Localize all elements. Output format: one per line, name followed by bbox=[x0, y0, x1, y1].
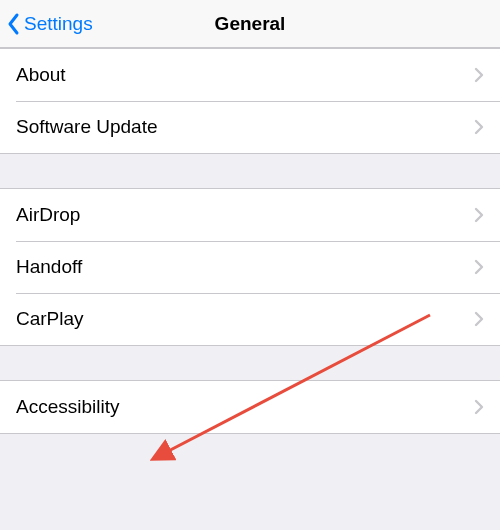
chevron-left-icon bbox=[6, 12, 20, 36]
back-button[interactable]: Settings bbox=[0, 12, 93, 36]
chevron-right-icon bbox=[474, 67, 484, 83]
row-label: AirDrop bbox=[16, 204, 474, 226]
row-software-update[interactable]: Software Update bbox=[0, 101, 500, 153]
row-about[interactable]: About bbox=[0, 49, 500, 101]
settings-group: Accessibility bbox=[0, 380, 500, 434]
chevron-right-icon bbox=[474, 311, 484, 327]
row-carplay[interactable]: CarPlay bbox=[0, 293, 500, 345]
chevron-right-icon bbox=[474, 119, 484, 135]
back-label: Settings bbox=[24, 13, 93, 35]
settings-group: About Software Update bbox=[0, 48, 500, 154]
chevron-right-icon bbox=[474, 399, 484, 415]
row-label: About bbox=[16, 64, 474, 86]
row-label: Accessibility bbox=[16, 396, 474, 418]
navigation-bar: Settings General bbox=[0, 0, 500, 48]
chevron-right-icon bbox=[474, 207, 484, 223]
settings-group: AirDrop Handoff CarPlay bbox=[0, 188, 500, 346]
row-handoff[interactable]: Handoff bbox=[0, 241, 500, 293]
row-label: Software Update bbox=[16, 116, 474, 138]
chevron-right-icon bbox=[474, 259, 484, 275]
row-accessibility[interactable]: Accessibility bbox=[0, 381, 500, 433]
row-label: CarPlay bbox=[16, 308, 474, 330]
row-airdrop[interactable]: AirDrop bbox=[0, 189, 500, 241]
row-label: Handoff bbox=[16, 256, 474, 278]
